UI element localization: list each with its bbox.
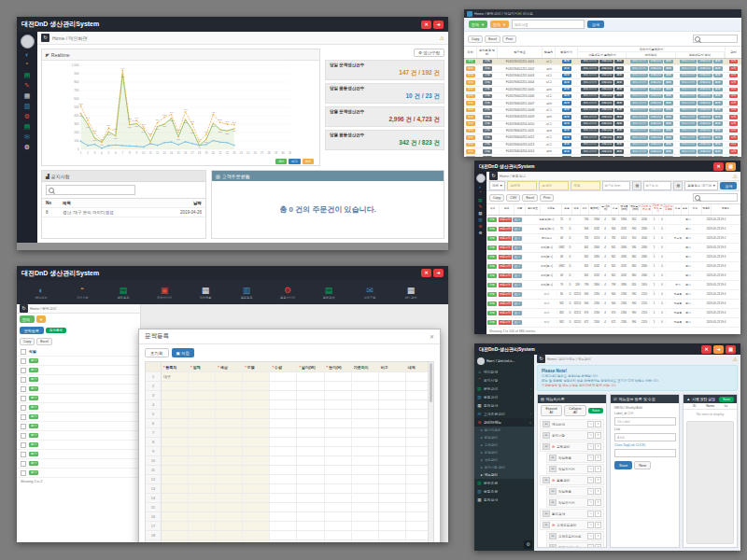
- grid-cell[interactable]: [189, 447, 216, 455]
- grid-cell[interactable]: [325, 512, 352, 521]
- entry-grid[interactable]: *등록처*업체*색상*모델*수량*넓이(W)*높이(H)가공위치비고내역1대구2…: [145, 361, 434, 542]
- drag-handle-icon[interactable]: ▤: [543, 522, 550, 528]
- table-row[interactable]: 작업확정F020190603254-0010대구출력작업지시서선택재단출력작업지…: [464, 121, 741, 128]
- confirm-badge[interactable]: 확정: [483, 143, 492, 147]
- edit-icon[interactable]: ✎: [587, 533, 594, 539]
- grid-cell[interactable]: [243, 475, 270, 483]
- delete-icon[interactable]: ✕: [595, 488, 601, 495]
- grid-cell[interactable]: [379, 428, 406, 437]
- grid-cell[interactable]: [243, 540, 270, 542]
- grid-cell[interactable]: [216, 503, 243, 511]
- save-button[interactable]: Save: [588, 408, 603, 413]
- delete-badge[interactable]: 삭제: [729, 129, 739, 133]
- grid-cell[interactable]: [297, 540, 324, 542]
- confirm-badge[interactable]: 확정: [483, 129, 492, 133]
- action-button[interactable]: 선택재단: [698, 66, 712, 70]
- pen-icon[interactable]: ✎: [479, 204, 483, 209]
- action-button[interactable]: 선택재단: [698, 129, 712, 133]
- search-all-icon[interactable]: ▤통합검색: [308, 286, 349, 300]
- drag-handle-icon[interactable]: ▤: [543, 432, 550, 439]
- status-badge[interactable]: 작업: [466, 129, 475, 133]
- chart-icon[interactable]: ▥: [24, 103, 31, 110]
- action-button[interactable]: 선택재단: [649, 80, 664, 84]
- status-badge[interactable]: 작업: [466, 143, 475, 147]
- grid-cell[interactable]: [243, 428, 270, 437]
- grid-cell[interactable]: [379, 456, 406, 465]
- chart-icon[interactable]: ▥: [478, 217, 482, 222]
- table-row[interactable]: 본사: [17, 450, 140, 459]
- confirm-badge[interactable]: 확정: [487, 292, 497, 296]
- edit-icon[interactable]: ✎: [587, 522, 594, 528]
- submenu-item-색상관리[interactable]: ▸색상관리: [474, 456, 534, 464]
- menu-list-item[interactable]: ▤작업지시서✎✕: [546, 464, 604, 474]
- office-badge[interactable]: 본사: [29, 461, 38, 466]
- action-button[interactable]: 출력: [614, 135, 624, 139]
- action-button[interactable]: 출력: [713, 101, 723, 105]
- action-button[interactable]: 작업지시서: [680, 74, 697, 77]
- toolbar-button-excel[interactable]: Excel: [485, 35, 500, 43]
- action-button[interactable]: 작업지시서: [581, 135, 598, 139]
- sidebar-item-통합검색[interactable]: ▦통합검색: [474, 496, 534, 504]
- print-badge[interactable]: 출력: [562, 101, 571, 105]
- print-badge[interactable]: 출력: [562, 115, 571, 119]
- grid-row[interactable]: 6: [146, 419, 433, 428]
- settings-icon[interactable]: ⚙: [24, 144, 30, 151]
- action-button[interactable]: 출력: [614, 149, 624, 153]
- grid-cell[interactable]: [216, 494, 243, 502]
- confirm-badge[interactable]: 확정: [483, 101, 492, 105]
- alert-bell-icon[interactable]: ⚠: [440, 35, 444, 41]
- submenu-item-고객관리[interactable]: ▸고객관리: [474, 441, 534, 449]
- table-row[interactable]: 확정주문삭제보기현대싱크08D782201347822013910204010롯…: [486, 234, 740, 244]
- grid-row[interactable]: 7: [146, 428, 433, 438]
- confirm-badge[interactable]: 확정: [483, 60, 492, 63]
- table-row[interactable]: 작업확정F020190602252-0005경산출력작업지시서선택재단출력작업지…: [464, 87, 741, 93]
- confirm-badge[interactable]: 확정: [487, 283, 497, 287]
- grid-cell[interactable]: [189, 540, 216, 542]
- delete-badge[interactable]: 삭제: [729, 80, 739, 84]
- print-badge[interactable]: 출력: [562, 60, 571, 63]
- close-icon[interactable]: ✕: [421, 269, 431, 277]
- grid-cell[interactable]: [270, 391, 297, 399]
- grid-cell[interactable]: [243, 419, 270, 427]
- table-row[interactable]: 본사: [17, 422, 140, 431]
- row-checkbox[interactable]: [21, 358, 26, 364]
- view-badge[interactable]: 보기: [513, 264, 522, 268]
- action-button[interactable]: 출력: [614, 74, 624, 77]
- action-button[interactable]: 출력: [713, 66, 723, 70]
- action-button[interactable]: 작업지시서: [581, 129, 598, 133]
- action-button[interactable]: 선택재단: [599, 108, 614, 112]
- grid-row[interactable]: 8: [146, 438, 433, 447]
- grid-cell[interactable]: [325, 419, 352, 427]
- action-button[interactable]: 선택재단: [649, 101, 664, 105]
- action-button[interactable]: 출력: [614, 129, 624, 133]
- grid-cell[interactable]: [189, 428, 216, 437]
- drag-handle-icon[interactable]: ▤: [549, 488, 557, 495]
- action-button[interactable]: 출력: [664, 108, 673, 112]
- print-badge[interactable]: 출력: [562, 135, 571, 139]
- action-button[interactable]: 출력: [614, 121, 624, 125]
- grid-row[interactable]: 12: [146, 475, 433, 484]
- toolbar-button-print[interactable]: Print: [540, 194, 554, 202]
- grid-cell[interactable]: [162, 475, 189, 483]
- grid-cell[interactable]: [216, 382, 243, 390]
- view-badge[interactable]: 보기: [513, 245, 522, 249]
- titlebar[interactable]: 대전DnD 생산관리System ✕ ➜: [17, 266, 448, 280]
- action-button[interactable]: 선택재단: [599, 66, 614, 70]
- grid-cell[interactable]: [325, 466, 352, 474]
- sidebar-item-관리자메뉴[interactable]: ⚙관리자메뉴˅: [474, 418, 534, 427]
- delete-badge[interactable]: 삭제: [729, 88, 739, 91]
- sidebar-item-공지사항[interactable]: “공지사항: [474, 376, 534, 385]
- toolbar-button-print[interactable]: Print: [502, 35, 516, 43]
- action-button[interactable]: 출력: [664, 101, 673, 105]
- submenu-item-공지사항 관리[interactable]: ▸공지사항 관리: [474, 464, 534, 471]
- order-delete-badge[interactable]: 주문삭제: [499, 273, 513, 277]
- confirm-badge[interactable]: 확정: [487, 227, 497, 231]
- order-delete-badge[interactable]: 주문삭제: [499, 227, 513, 231]
- menu-icon[interactable]: ▦메뉴관리: [390, 286, 431, 300]
- edit-icon[interactable]: ✎: [587, 544, 594, 547]
- action-button[interactable]: 선택재단: [698, 74, 712, 77]
- order-delete-badge[interactable]: 주문삭제: [499, 236, 513, 240]
- order-delete-badge[interactable]: 주문삭제: [499, 245, 513, 249]
- grid-cell[interactable]: [162, 382, 189, 390]
- grid-cell[interactable]: [189, 531, 216, 539]
